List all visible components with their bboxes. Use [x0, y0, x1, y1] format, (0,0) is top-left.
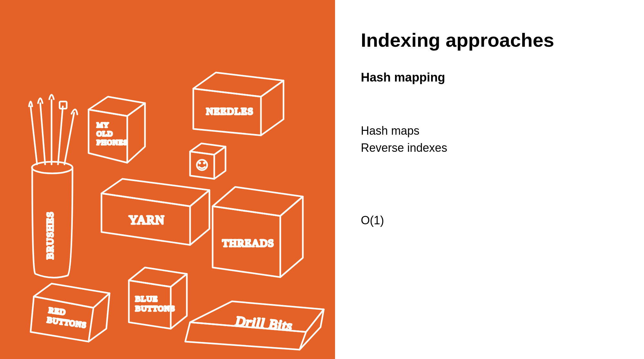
content-panel: Indexing approaches Hash mapping Hash ma…: [335, 0, 644, 359]
boxes-illustration: BRUSHES MY OLD PHONES NEEDLES: [0, 0, 335, 359]
complexity-note: O(1): [361, 214, 625, 227]
drill-bits-label: Drill Bits: [235, 314, 293, 333]
slide-title: Indexing approaches: [361, 29, 625, 51]
body-line-2: Reverse indexes: [361, 140, 625, 156]
red-buttons-box: [31, 284, 110, 342]
blue-buttons-label-l2: BUTTONS: [135, 304, 175, 313]
yarn-label: YARN: [129, 213, 165, 227]
illustration-panel: BRUSHES MY OLD PHONES NEEDLES: [0, 0, 335, 359]
slide-body: Hash maps Reverse indexes: [361, 123, 625, 156]
svg-point-3: [199, 163, 200, 164]
red-buttons-label-l2: BUTTONS: [46, 315, 87, 329]
svg-point-4: [204, 163, 205, 164]
needles-label: NEEDLES: [206, 106, 254, 116]
red-buttons-label-l1: RED: [48, 306, 66, 316]
threads-label: THREADS: [222, 237, 274, 249]
blue-buttons-label-l1: BLUE: [135, 295, 158, 303]
smiley-box: [190, 143, 226, 179]
my-old-phones-label-l1: MY: [97, 121, 109, 129]
slide-subtitle: Hash mapping: [361, 71, 625, 84]
yarn-box: [101, 179, 209, 245]
body-line-1: Hash maps: [361, 123, 625, 139]
my-old-phones-label-l2: OLD: [97, 130, 113, 138]
threads-box: [213, 187, 303, 277]
needles-box: [193, 73, 284, 135]
my-old-phones-label-l3: PHONES: [97, 138, 128, 146]
brushes-label: BRUSHES: [44, 211, 55, 259]
